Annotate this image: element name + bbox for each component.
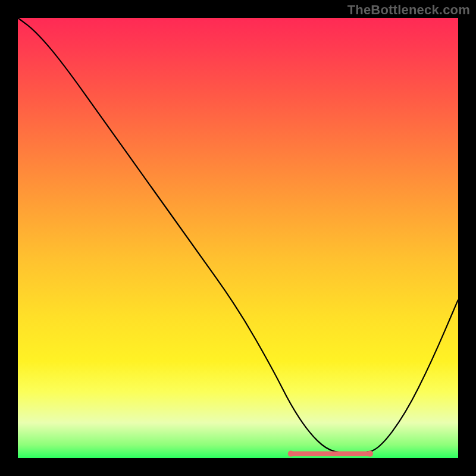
watermark-text: TheBottleneck.com — [347, 2, 470, 18]
optimal-flat-right-cap — [367, 451, 373, 457]
plot-area — [18, 18, 458, 458]
chart-frame: TheBottleneck.com — [0, 0, 476, 476]
optimal-flat-left-cap — [288, 451, 294, 457]
curve-overlay — [18, 18, 458, 458]
bottleneck-curve — [18, 18, 458, 454]
